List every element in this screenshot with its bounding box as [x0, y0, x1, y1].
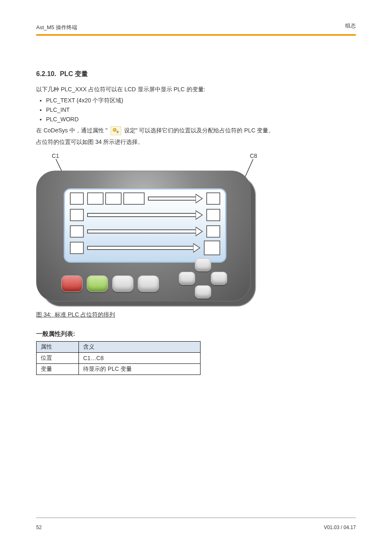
settings-icon [111, 126, 121, 135]
bullet-list: PLC_TEXT (4x20 个字符区域) PLC_INT PLC_WORD [46, 96, 356, 124]
figure-number: 图 34: [36, 311, 51, 318]
device-body [36, 171, 251, 301]
table-row: 位置 C1…C8 [37, 353, 201, 364]
placeholder-box [204, 240, 220, 255]
placeholder-box [206, 225, 220, 238]
header-rule [36, 34, 356, 36]
table-row: 变量 待显示的 PLC 变量 [37, 364, 201, 375]
placeholder-box [70, 209, 84, 221]
placeholder-box [87, 192, 104, 205]
arrow-icon [148, 197, 196, 201]
plc-row [70, 242, 220, 254]
placeholder-box [123, 192, 145, 205]
stop-button[interactable] [61, 275, 83, 292]
callout-c1: C1 [52, 153, 59, 159]
svg-point-1 [117, 132, 118, 132]
callout-c1-label: C1 [52, 153, 59, 159]
page-number: 52 [36, 525, 42, 530]
figure-caption-text: 标准 PLC 占位符的排列 [55, 311, 115, 318]
table-cell: C1…C8 [79, 353, 201, 364]
placeholder-box [105, 192, 122, 205]
icon-paragraph-pre: 在 CoDeSys 中，通过属性 " [36, 127, 108, 134]
list-item: PLC_WORD [46, 115, 356, 124]
footer-rule [36, 518, 356, 518]
table-cell: 位置 [37, 353, 79, 364]
footer-version: V01.03 / 04.17 [324, 525, 356, 530]
callout-c8: C8 [250, 153, 257, 159]
section-heading: 6.2.10. PLC 变量 [36, 49, 356, 79]
arrow-head-icon [193, 243, 201, 253]
arrow-icon [87, 246, 193, 250]
callout-c8-label: C8 [250, 153, 257, 159]
list-item: PLC_INT [46, 105, 356, 114]
header-right: 组态 [345, 22, 356, 30]
table-header-cell: 含义 [79, 342, 201, 353]
table-cell: 待显示的 PLC 变量 [79, 364, 201, 375]
arrow-icon [87, 229, 196, 234]
icon-paragraph-post: 设定" 可以选择它们的位置以及分配给占位符的 PLC 变量。 [124, 127, 274, 134]
dpad-up-button[interactable] [195, 258, 211, 271]
header-left: Ast_M5 操作终端 [36, 24, 77, 31]
plc-row [70, 225, 220, 238]
after-icon-paragraph: 占位符的位置可以如图 34 所示进行选择。 [36, 138, 356, 146]
table-row: 属性 含义 [37, 342, 201, 353]
start-button[interactable] [87, 275, 108, 292]
device-button-row [61, 275, 159, 292]
placeholder-box [70, 192, 84, 205]
placeholder-box [206, 209, 220, 221]
section-title: PLC 变量 [60, 70, 88, 77]
placeholder-box [70, 225, 84, 238]
list-item: PLC_TEXT (4x20 个字符区域) [46, 96, 356, 105]
arrow-head-icon [196, 227, 203, 236]
grey-button[interactable] [112, 275, 134, 292]
grey-button[interactable] [138, 275, 159, 292]
device-screen [64, 188, 226, 263]
dpad-down-button[interactable] [195, 285, 211, 298]
intro-paragraph: 以下几种 PLC_XXX 占位符可以在 LCD 显示屏中显示 PLC 的变量: [36, 85, 356, 93]
dpad-right-button[interactable] [211, 272, 227, 285]
plc-row [70, 192, 220, 205]
plc-row [70, 209, 220, 221]
placeholder-box [206, 192, 220, 205]
icon-paragraph: 在 CoDeSys 中，通过属性 " 设定" 可以选择它们的位置以及分配给占位符… [36, 126, 356, 135]
device-figure: C1 C8 [36, 171, 266, 301]
arrow-icon [87, 213, 196, 217]
arrow-head-icon [196, 210, 203, 220]
properties-table: 属性 含义 位置 C1…C8 变量 待显示的 PLC 变量 [36, 341, 201, 375]
placeholder-box [70, 242, 84, 254]
arrow-head-icon [196, 194, 203, 204]
table-cell: 变量 [37, 364, 79, 375]
figure-caption: 图 34: 标准 PLC 占位符的排列 [36, 310, 356, 319]
svg-point-0 [113, 128, 116, 132]
dpad [178, 258, 227, 298]
table-header-cell: 属性 [37, 342, 79, 353]
dpad-left-button[interactable] [179, 272, 195, 285]
properties-list-heading: 一般属性列表: [36, 330, 356, 338]
section-number: 6.2.10. [36, 70, 56, 77]
